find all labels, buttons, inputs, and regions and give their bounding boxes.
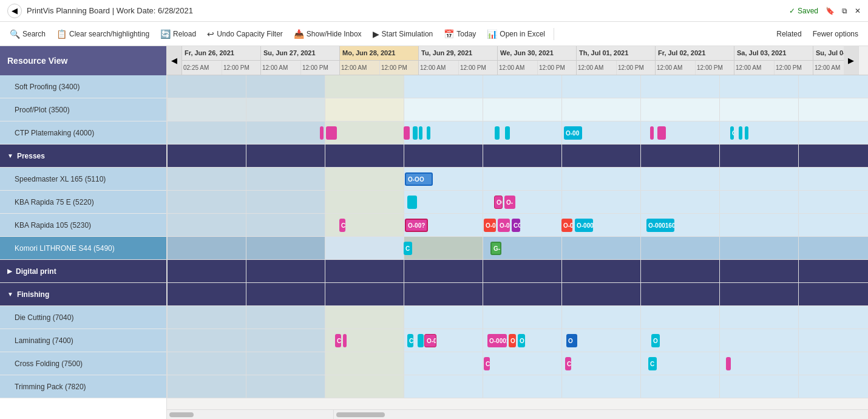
search-button[interactable]: 🔍 Search	[5, 27, 50, 41]
time-label-jun27-am: 12:00 AM	[261, 61, 300, 75]
related-button[interactable]: Related	[771, 27, 806, 41]
task-ctp-8[interactable]	[505, 126, 510, 140]
group-presses[interactable]: ▼ Presses	[0, 145, 166, 168]
reload-button[interactable]: 🔄 Reload	[155, 27, 201, 41]
cell-lam-jul04	[798, 329, 868, 352]
task-ctp-2[interactable]	[326, 126, 337, 140]
task-lam-6[interactable]: O-0001	[487, 334, 507, 347]
back-button[interactable]: ◀	[7, 4, 22, 18]
task-ctp-6[interactable]	[427, 126, 430, 140]
resource-item-die-cutting[interactable]: Die Cutting (7040)	[0, 306, 166, 329]
task-sm-1[interactable]: O-OO	[405, 172, 433, 186]
task-k105-3[interactable]: CC	[512, 219, 520, 232]
task-lam-4[interactable]	[418, 334, 424, 347]
task-k105-5[interactable]: O-00015	[575, 219, 593, 232]
expand-icon[interactable]: ✕	[855, 7, 861, 15]
task-lam-10[interactable]: O	[651, 334, 660, 347]
task-ko-1[interactable]: C	[404, 242, 412, 255]
task-cf-4[interactable]	[726, 357, 731, 370]
task-ctp-5[interactable]	[419, 126, 422, 140]
bottom-scroll-bar[interactable]	[167, 409, 868, 419]
external-link-icon[interactable]: ⧉	[842, 7, 847, 15]
task-lam-5[interactable]: O-0	[424, 334, 436, 347]
task-cf-1[interactable]: C	[484, 357, 490, 370]
date-col-jul01: Th, Jul 01, 2021 12:00 AM 12:00 PM	[576, 46, 655, 75]
task-ctp-4[interactable]	[413, 126, 418, 140]
v-scroll-top[interactable]	[858, 46, 868, 75]
task-k105-pink[interactable]: O-00?	[405, 219, 428, 232]
resource-item-speedmaster[interactable]: Speedmaster XL 165 (5110)	[0, 168, 166, 191]
task-cf-3[interactable]: C	[648, 357, 657, 370]
task-lam-2[interactable]	[343, 334, 347, 347]
group-finishing[interactable]: ▼ Finishing	[0, 283, 166, 306]
task-ctp-13[interactable]	[745, 126, 748, 140]
task-lam-1[interactable]: C	[335, 334, 341, 347]
resource-item-komori[interactable]: Komori LITHRONE S44 (5490)	[0, 237, 166, 260]
resource-item-trimming-pack[interactable]: Trimming Pack (7820)	[0, 375, 166, 398]
task-k75-2[interactable]: OO	[494, 196, 503, 209]
gantt-next-button[interactable]: ▶	[844, 46, 858, 75]
cell-k75-jun28	[325, 191, 404, 213]
today-button[interactable]: 📅 Today	[439, 27, 481, 41]
task-ctp-9[interactable]	[650, 126, 654, 140]
cell-sm-jun30	[483, 168, 561, 190]
cell-k75-jun26	[167, 191, 246, 213]
excel-icon: 📊	[487, 29, 497, 39]
task-ctp-3[interactable]	[404, 126, 410, 140]
gantt-h-scroll[interactable]	[334, 410, 868, 419]
task-k105-c[interactable]: C	[339, 219, 345, 232]
task-k75-3[interactable]: O-	[504, 196, 515, 209]
task-ctp-7[interactable]	[495, 126, 500, 140]
cell-sp-jul01	[561, 75, 640, 98]
task-cf-2[interactable]: C	[565, 357, 571, 370]
resource-item-kba-rapida-105[interactable]: KBA Rapida 105 (5230)	[0, 214, 166, 237]
cell-fg-jun30	[483, 283, 561, 305]
cell-k75-jul01	[561, 191, 640, 213]
date-col-jun30: We, Jun 30, 2021 12:00 AM 12:00 PM	[497, 46, 576, 75]
cell-cf-jun26	[167, 352, 246, 375]
task-ko-2[interactable]: G-I	[490, 242, 501, 255]
play-icon: ▶	[373, 29, 379, 39]
group-digital-print[interactable]: ▶ Digital print	[0, 260, 166, 283]
cell-k75-jun27	[246, 191, 325, 213]
task-lam-8[interactable]: O	[518, 334, 525, 347]
task-k105-2[interactable]: O-00	[498, 219, 510, 232]
task-ctp-12[interactable]	[739, 126, 742, 140]
resource-item-laminating[interactable]: Laminating (7400)	[0, 329, 166, 352]
bookmark-icon[interactable]: 🔖	[826, 7, 835, 15]
task-ctp-10[interactable]	[657, 126, 666, 140]
cell-k105-jun27	[246, 214, 325, 236]
gantt-row-finishing-group	[167, 283, 868, 306]
cell-lam-jun26	[167, 329, 246, 352]
fewer-options-button[interactable]: Fewer options	[808, 27, 863, 41]
task-lam-9[interactable]: O	[566, 334, 577, 347]
resource-item-cross-folding[interactable]: Cross Folding (7500)	[0, 352, 166, 375]
resource-item-soft-proofing[interactable]: Soft Proofing (3400)	[0, 75, 166, 98]
resource-item-ctp[interactable]: CTP Platemaking (4000)	[0, 121, 166, 145]
task-ctp-11[interactable]: C	[730, 126, 734, 140]
arrow-right-icon: ▶	[7, 268, 12, 274]
task-lam-3[interactable]: C	[407, 334, 413, 347]
show-hide-inbox-button[interactable]: 📥 Show/Hide Inbox	[289, 27, 367, 41]
gantt-row-digital-group	[167, 260, 868, 283]
undo-capacity-button[interactable]: ↩ Undo Capacity Filter	[202, 27, 288, 41]
resource-item-kba-rapida-75[interactable]: KBA Rapida 75 E (5220)	[0, 191, 166, 214]
cell-tp-jun30	[483, 375, 561, 398]
clear-search-button[interactable]: 📋 Clear search/highlighting	[52, 27, 154, 41]
task-lam-7[interactable]: O	[509, 334, 516, 347]
cell-sm-jun26	[167, 168, 246, 190]
resource-item-proof-plot[interactable]: Proof/Plot (3500)	[0, 98, 166, 121]
gantt-prev-button[interactable]: ◀	[167, 46, 181, 75]
open-excel-button[interactable]: 📊 Open in Excel	[482, 27, 550, 41]
task-k75-1[interactable]	[407, 196, 417, 209]
task-k105-6[interactable]: O-000160	[646, 219, 674, 232]
task-ctp-cyan[interactable]: O-00	[564, 126, 582, 140]
start-simulation-button[interactable]: ▶ Start Simulation	[368, 27, 438, 41]
cell-pg-jul03	[719, 145, 798, 167]
task-k105-red[interactable]: O-0	[484, 219, 496, 232]
sidebar-h-scroll[interactable]	[167, 410, 334, 419]
task-ctp-1[interactable]	[320, 126, 324, 140]
task-k105-4[interactable]: O-0	[561, 219, 572, 232]
gantt-body[interactable]: O-00 C	[167, 75, 868, 409]
cell-pg-jun28	[325, 145, 404, 167]
